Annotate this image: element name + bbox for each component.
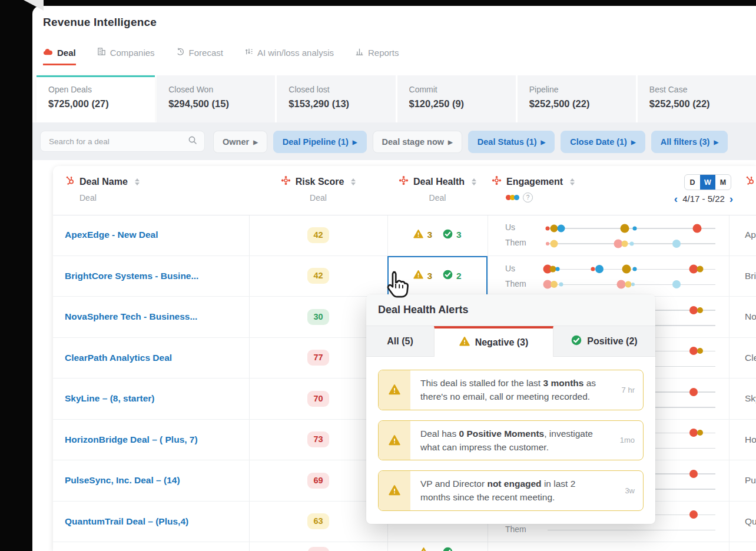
sort-icon[interactable] [472, 178, 476, 185]
filter-deal-stage-now[interactable]: Deal stage now▶ [373, 131, 462, 153]
period-w[interactable]: W [700, 175, 715, 190]
tab-forecast[interactable]: Forecast [176, 47, 223, 65]
engagement-dot [546, 226, 550, 230]
hubspot-sprocket-icon [745, 175, 755, 188]
sort-icon[interactable] [351, 178, 356, 185]
hubspot-sprocket-icon [65, 175, 75, 188]
deal-name-link[interactable]: HorizonBridge Deal – ( Plus, 7) [65, 420, 241, 460]
deal-health-cell[interactable]: 32 [387, 256, 488, 297]
company-cell: BrightCore [729, 256, 756, 297]
filter-close-date-1[interactable]: Close Date (1)▶ [561, 131, 645, 153]
positive-count: 2 [456, 271, 462, 281]
popup-tab-label: Negative (3) [475, 337, 529, 348]
engagement-dot [621, 224, 629, 233]
company-cell: PulseSync [729, 460, 756, 501]
tab-companies[interactable]: Companies [97, 47, 155, 65]
filter-deal-status-1[interactable]: Deal Status (1)▶ [468, 131, 555, 153]
engagement-dot [692, 224, 701, 233]
date-range: 4/17 - 5/22 [682, 194, 725, 204]
flower-icon [281, 175, 291, 188]
period-d[interactable]: D [685, 175, 700, 190]
popup-tab-negative-3[interactable]: Negative (3) [434, 326, 553, 357]
engagement-dot [689, 347, 698, 355]
engagement-cell: UsThem [488, 256, 729, 297]
risk-score-cell: 42 [249, 256, 387, 297]
summary-cards: Open Deals$725,000 (27)Closed Won$294,50… [37, 75, 756, 122]
summary-card-commit[interactable]: Commit$120,250 (9) [397, 75, 516, 122]
filter-label: Owner [223, 137, 249, 147]
card-value: $294,500 (15) [168, 98, 275, 109]
card-value: $252,500 (22) [649, 98, 756, 109]
company-cell: ApexEdge [729, 215, 756, 255]
summary-card-closed-lost[interactable]: Closed lost$153,290 (13) [277, 75, 395, 122]
popup-tab-all-5[interactable]: All (5) [366, 326, 434, 357]
sort-icon[interactable] [570, 178, 575, 185]
summary-card-best-case[interactable]: Best Case$252,500 (22) [638, 75, 756, 122]
card-value: $120,250 (9) [409, 98, 516, 109]
engagement-dot [633, 267, 637, 271]
company-cell: HorizonBridge [729, 420, 756, 460]
engagement-dot [549, 266, 556, 273]
chevron-right-icon: ▶ [541, 139, 546, 145]
summary-card-pipeline[interactable]: Pipeline$252,500 (22) [518, 75, 636, 122]
table-row[interactable]: ApexEdge - New Deal4233UsThemApexEdge [53, 215, 756, 256]
tab-deal[interactable]: Deal [43, 48, 76, 65]
card-label: Open Deals [48, 85, 155, 94]
column-title: Deal Health [413, 177, 465, 187]
tab-reports[interactable]: Reports [355, 47, 399, 65]
sort-icon[interactable] [135, 178, 140, 185]
engagement-dot [622, 240, 628, 247]
deal-health-cell[interactable]: 33 [387, 215, 488, 255]
help-icon[interactable]: ? [523, 192, 533, 203]
tab-label: AI win/loss analysis [257, 48, 334, 58]
popup-alert-list: This deal is stalled for the last 3 mont… [366, 357, 655, 524]
summary-card-open-deals[interactable]: Open Deals$725,000 (27) [37, 75, 155, 122]
reports-icon [355, 47, 364, 58]
alert-text: VP and Director not engaged in last 2 mo… [410, 471, 606, 510]
deal-name-link[interactable]: ApexEdge - New Deal [65, 215, 241, 255]
card-value: $725,000 (27) [48, 98, 155, 109]
tab-label: Deal [57, 48, 76, 58]
engagement-dot [591, 267, 595, 271]
filter-deal-pipeline-1[interactable]: Deal Pipeline (1)▶ [273, 131, 367, 153]
flower-icon [399, 175, 409, 188]
deal-name-link[interactable]: ClearPath Analytics Deal [65, 338, 241, 379]
search-input[interactable] [48, 137, 188, 147]
deal-name-link[interactable] [65, 542, 241, 551]
table-row[interactable]: UsThem [53, 542, 756, 551]
card-label: Closed lost [289, 85, 395, 94]
engagement-dot [697, 348, 703, 354]
deal-icon [43, 48, 53, 58]
deal-name-link[interactable]: SkyLine – (8, starter) [65, 379, 241, 419]
column-header-company[interactable]: Company Deal [729, 175, 756, 203]
tab-ai-win-loss-analysis[interactable]: AI win/loss analysis [244, 47, 334, 65]
chevron-left-icon[interactable]: ‹ [674, 193, 678, 204]
engagement-side-label: Them [505, 525, 533, 534]
summary-card-closed-won[interactable]: Closed Won$294,500 (15) [157, 75, 275, 122]
deal-health-cell[interactable] [387, 542, 488, 551]
filter-owner[interactable]: Owner▶ [213, 131, 267, 153]
column-header-engagement[interactable]: Engagement ? [492, 175, 575, 203]
column-header-risk-score[interactable]: Risk Score Deal [249, 175, 387, 203]
search-box[interactable] [40, 131, 205, 152]
filter-label: Deal Status (1) [478, 137, 537, 147]
filter-all-filters-3[interactable]: All filters (3)▶ [651, 131, 728, 153]
deal-name-link[interactable]: BrightCore Systems - Busine... [65, 256, 241, 297]
deal-name-link[interactable]: PulseSync, Inc. Deal – (14) [65, 460, 241, 501]
engagement-dot [697, 266, 704, 273]
table-row[interactable]: BrightCore Systems - Busine...4232UsThem… [53, 256, 756, 297]
column-header-deal-health[interactable]: Deal Health Deal [387, 175, 488, 203]
column-header-deal-name[interactable]: Deal Name Deal [65, 175, 140, 203]
engagement-dot [689, 388, 698, 396]
deal-name-link[interactable]: NovaSphere Tech - Business... [65, 297, 241, 337]
main-nav: DealCompaniesForecastAI win/loss analysi… [43, 47, 399, 65]
engagement-track [548, 284, 715, 286]
chevron-right-icon: ▶ [353, 139, 357, 145]
column-title: Engagement [506, 177, 563, 187]
popup-tab-label: Positive (2) [587, 336, 637, 347]
risk-score-badge: 73 [307, 431, 329, 447]
deal-name-link[interactable]: QuantumTrail Deal – (Plus,4) [65, 502, 241, 542]
popup-tab-positive-2[interactable]: Positive (2) [553, 326, 655, 357]
warning-icon [419, 547, 429, 551]
warning-icon [379, 471, 410, 510]
